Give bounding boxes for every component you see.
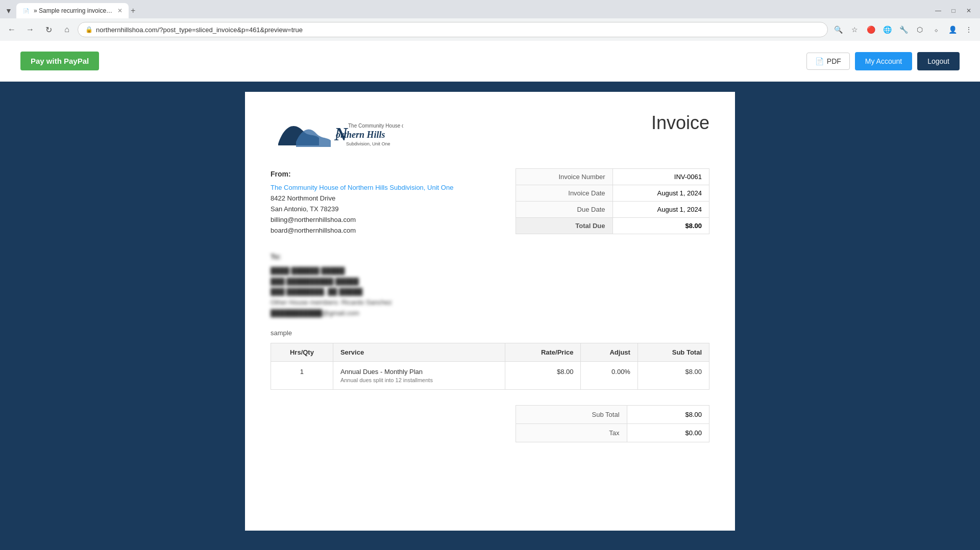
col-sub-total: Sub Total <box>638 343 709 361</box>
invoice-container: N The Community House of orthern Hills S… <box>245 92 735 531</box>
from-section: From: The Community House of Northern Hi… <box>271 168 505 236</box>
home-button[interactable]: ⌂ <box>59 22 75 37</box>
line-items-body: 1 Annual Dues - Monthly Plan Annual dues… <box>271 361 709 389</box>
tab-bar: ▼ 📄 » Sample recurring invoiceThe ✕ + — … <box>0 0 980 18</box>
sub-total-value: $8.00 <box>627 405 709 423</box>
col-rate-price: Rate/Price <box>505 343 581 361</box>
invoice-date-row: Invoice Date August 1, 2024 <box>516 185 709 202</box>
forward-button[interactable]: → <box>22 22 38 37</box>
table-row: 1 Annual Dues - Monthly Plan Annual dues… <box>271 361 709 389</box>
invoice-top: N The Community House of orthern Hills S… <box>271 112 709 153</box>
email2: board@northernhillshoa.com <box>271 226 505 236</box>
invoice-number-row: Invoice Number INV-0061 <box>516 169 709 185</box>
sample-label: sample <box>271 329 709 337</box>
pdf-button[interactable]: 📄 PDF <box>806 53 850 70</box>
item-rate: $8.00 <box>505 361 581 389</box>
star-button[interactable]: ☆ <box>847 22 862 37</box>
extension3-button[interactable]: 🔧 <box>896 22 911 37</box>
item-subtotal: $8.00 <box>638 361 709 389</box>
logo-area: N The Community House of orthern Hills S… <box>271 112 403 153</box>
due-date-row: Due Date August 1, 2024 <box>516 202 709 218</box>
browser-actions: 🔍 ☆ 🔴 🌐 🔧 ⬡ ⬦ 👤 ⋮ <box>831 22 976 37</box>
close-window-button[interactable]: ✕ <box>962 4 976 18</box>
invoice-number-value: INV-0061 <box>612 169 709 185</box>
to-line3: ███ ████████, ██ █████ <box>271 287 709 297</box>
svg-text:Subdivision, Unit One: Subdivision, Unit One <box>346 141 390 146</box>
svg-text:The Community House of: The Community House of <box>348 123 403 129</box>
tab-close-button[interactable]: ✕ <box>117 7 122 14</box>
total-due-label: Total Due <box>516 218 613 234</box>
nav-bar: ← → ↻ ⌂ 🔒 northernhillshoa.com/?post_typ… <box>0 18 980 41</box>
invoice-meta: Invoice Number INV-0061 Invoice Date Aug… <box>516 168 709 236</box>
col-hrs-qty: Hrs/Qty <box>271 343 333 361</box>
tax-row: Tax $0.00 <box>516 423 709 442</box>
tab-title: » Sample recurring invoiceThe <box>34 7 113 14</box>
extension2-button[interactable]: 🌐 <box>880 22 894 37</box>
more-button[interactable]: ⋮ <box>962 22 976 37</box>
extension5-button[interactable]: ⬦ <box>929 22 943 37</box>
to-label: To: <box>271 251 709 262</box>
tab-list-button[interactable]: ▼ <box>4 6 13 15</box>
company-link[interactable]: The Community House of Northern Hills Su… <box>271 184 453 191</box>
sub-total-label: Sub Total <box>516 405 627 423</box>
item-adjust: 0.00% <box>581 361 638 389</box>
invoice-title: Invoice <box>651 112 709 134</box>
tab-favicon: 📄 <box>22 7 30 14</box>
invoice-date-value: August 1, 2024 <box>612 185 709 202</box>
url-text: northernhillshoa.com/?post_type=sliced_i… <box>96 26 820 34</box>
invoice-number-label: Invoice Number <box>516 169 613 185</box>
to-line1: ████ ██████ █████ <box>271 266 709 277</box>
invoice-meta-table: Invoice Number INV-0061 Invoice Date Aug… <box>516 168 709 234</box>
new-tab-button[interactable]: + <box>131 6 135 15</box>
to-line2: ███ ██████████ █████ <box>271 277 709 287</box>
totals-table: Sub Total $8.00 Tax $0.00 <box>516 405 709 442</box>
items-table-header: Hrs/Qty Service Rate/Price Adjust Sub To… <box>271 343 709 361</box>
logout-button[interactable]: Logout <box>917 52 960 70</box>
zoom-button[interactable]: 🔍 <box>831 22 845 37</box>
tax-value: $0.00 <box>627 423 709 442</box>
total-due-row: Total Due $8.00 <box>516 218 709 234</box>
item-qty: 1 <box>271 361 333 389</box>
to-line4: Other House members: Ricardo Sanchez <box>271 297 709 308</box>
due-date-value: August 1, 2024 <box>612 202 709 218</box>
due-date-label: Due Date <box>516 202 613 218</box>
my-account-button[interactable]: My Account <box>855 52 912 70</box>
col-service: Service <box>333 343 505 361</box>
to-line5: ███████████@gmail.com <box>271 308 709 319</box>
main-background: N The Community House of orthern Hills S… <box>0 82 980 541</box>
invoice-date-label: Invoice Date <box>516 185 613 202</box>
header-actions: 📄 PDF My Account Logout <box>806 52 960 70</box>
lock-icon: 🔒 <box>85 26 93 33</box>
profile-button[interactable]: 👤 <box>945 22 960 37</box>
totals-section: Sub Total $8.00 Tax $0.00 <box>271 405 709 442</box>
page-header: Pay with PayPal 📄 PDF My Account Logout <box>0 41 980 82</box>
back-button[interactable]: ← <box>4 22 19 37</box>
svg-text:orthern Hills: orthern Hills <box>336 130 385 140</box>
extension1-button[interactable]: 🔴 <box>864 22 878 37</box>
subtotal-row: Sub Total $8.00 <box>516 405 709 423</box>
from-label: From: <box>271 168 505 180</box>
tax-label: Tax <box>516 423 627 442</box>
company-logo: N The Community House of orthern Hills S… <box>271 112 403 153</box>
pdf-icon: 📄 <box>815 57 824 65</box>
window-controls: — □ ✕ <box>931 4 976 18</box>
items-table: Hrs/Qty Service Rate/Price Adjust Sub To… <box>271 343 709 390</box>
address-line2: San Antonio, TX 78239 <box>271 204 505 215</box>
total-due-value: $8.00 <box>612 218 709 234</box>
extension4-button[interactable]: ⬡ <box>913 22 927 37</box>
col-adjust: Adjust <box>581 343 638 361</box>
to-section: To: ████ ██████ █████ ███ ██████████ ███… <box>271 251 709 318</box>
from-to-section: From: The Community House of Northern Hi… <box>271 168 709 236</box>
address-bar[interactable]: 🔒 northernhillshoa.com/?post_type=sliced… <box>78 22 828 37</box>
address-line1: 8422 Northmont Drive <box>271 193 505 204</box>
pay-with-paypal-button[interactable]: Pay with PayPal <box>20 52 99 70</box>
item-service: Annual Dues - Monthly Plan Annual dues s… <box>333 361 505 389</box>
browser-tab-active[interactable]: 📄 » Sample recurring invoiceThe ✕ <box>16 3 129 18</box>
reload-button[interactable]: ↻ <box>41 22 56 37</box>
browser-chrome: ▼ 📄 » Sample recurring invoiceThe ✕ + — … <box>0 0 980 41</box>
email1: billing@northernhillshoa.com <box>271 215 505 226</box>
maximize-button[interactable]: □ <box>946 4 961 18</box>
minimize-button[interactable]: — <box>931 4 945 18</box>
